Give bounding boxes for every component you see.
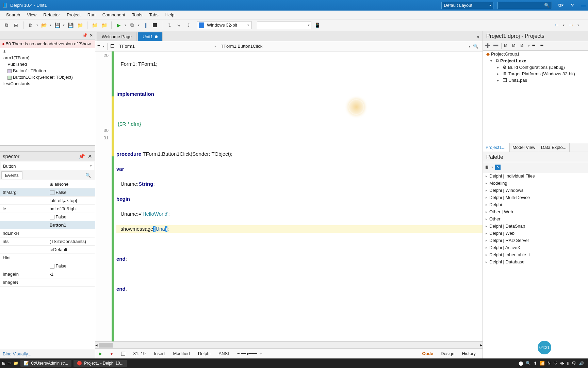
tray-icon[interactable]: ▯ (567, 361, 569, 366)
tab-dataexplorer[interactable]: Data Explo... (538, 143, 569, 152)
tray-icon[interactable]: 🔊 (579, 361, 584, 366)
phone-icon[interactable]: 📱 (313, 21, 321, 29)
prop-row[interactable]: Hint (0, 254, 95, 262)
prop-row[interactable]: False (0, 262, 95, 270)
nav-forward-icon[interactable]: → (568, 21, 574, 29)
pin-icon[interactable]: 📌 (79, 153, 85, 159)
tabs-dropdown-icon[interactable]: ▾ (474, 33, 483, 41)
open-icon[interactable]: 📂 (40, 21, 48, 29)
menu-refactor[interactable]: Refactor (40, 11, 63, 18)
proj-icon[interactable]: ≣ (540, 43, 546, 49)
prop-row[interactable]: lebdLeftToRight (0, 205, 95, 213)
step-over-icon[interactable]: ⤵ (166, 21, 173, 29)
palette-cat[interactable]: ▸Other | Web (483, 208, 588, 215)
view-unit-icon[interactable]: ⧉ (3, 21, 10, 29)
palette-cat[interactable]: ▸Modeling (483, 180, 588, 187)
macro-play-icon[interactable]: ▶ (99, 351, 102, 356)
tray-icon[interactable]: 🛡 (553, 361, 557, 366)
palette-cat[interactable]: ▸Delphi | Individual Files (483, 172, 588, 180)
stop-button[interactable] (151, 21, 159, 29)
prop-row[interactable]: thMargiFalse (0, 188, 95, 197)
palette-filter-icon[interactable]: 🗎 (485, 165, 489, 170)
view-code-tab[interactable]: Code (419, 350, 437, 357)
new-file-icon[interactable]: 🗎 (27, 21, 34, 29)
tray-icon[interactable]: ⬆ (534, 361, 537, 366)
tray-icon[interactable]: ⬤ (519, 361, 523, 366)
remove-project-icon[interactable]: ➖ (493, 43, 499, 49)
inspector-component-selector[interactable]: Button▾ (1, 162, 94, 170)
tab-project[interactable]: Project1.... (483, 143, 510, 152)
palette-cat[interactable]: ▸Delphi | Inheritable It (483, 251, 588, 258)
menu-view[interactable]: View (23, 11, 40, 18)
nav-form-icon[interactable]: 🗖 (110, 44, 115, 49)
tree-unit[interactable]: ▸🗖Unit1.pas (483, 77, 588, 83)
menu-tools[interactable]: Tools (129, 11, 146, 18)
add-project-icon[interactable]: ➕ (485, 43, 491, 49)
palette-pointer-icon[interactable]: ↖ (495, 165, 501, 170)
editor-scroll-horizontal[interactable]: ◂▸ (95, 341, 483, 348)
prop-row[interactable]: ImageN (0, 278, 95, 287)
tree-build[interactable]: ▸⚙Build Configurations (Debug) (483, 64, 588, 71)
macro-record-icon[interactable]: ● (110, 351, 113, 356)
pause-button[interactable]: ∥ (142, 21, 149, 29)
help-icon[interactable]: ? (571, 3, 574, 8)
tree-project[interactable]: ▾⧉Project1.exe (483, 57, 588, 64)
tree-target[interactable]: ▸🖥Target Platforms (Windows 32-bit) (483, 71, 588, 77)
taskbar-sublime[interactable]: 📝C:\Users\Administr... (20, 360, 71, 367)
structure-button1[interactable]: Button1: TButton (0, 67, 95, 74)
start-button[interactable]: ⊞ (2, 361, 5, 366)
tray-icon[interactable]: 🔍 (526, 361, 531, 366)
checkbox-icon[interactable] (50, 264, 54, 269)
nav-back-icon[interactable]: ← (553, 21, 559, 29)
tab-events[interactable]: Events (1, 171, 22, 179)
view-history-tab[interactable]: History (459, 350, 479, 357)
platform-selector[interactable]: Windows 32-bit ▾ (197, 21, 251, 29)
palette-cat[interactable]: ▸Delphi | Web (483, 230, 588, 237)
checkbox-icon[interactable] (50, 190, 54, 195)
prop-row[interactable]: nts(TSizeConstraints) (0, 237, 95, 246)
macro-stop-icon[interactable] (121, 352, 125, 356)
proj-icon[interactable]: ≣ (532, 43, 538, 49)
close-icon[interactable]: ✕ (88, 153, 92, 159)
task-view-icon[interactable]: ▭ (7, 361, 11, 366)
structure-button1click[interactable]: Button1Click(Sender: TObject) (0, 74, 95, 80)
tray-icon[interactable]: 📶 (540, 361, 545, 366)
structure-scroll-h[interactable] (0, 145, 95, 152)
prop-row[interactable]: [akLeft,akTop] (0, 197, 95, 205)
nav-icon[interactable]: ≡ (97, 44, 100, 49)
save-icon[interactable]: 💾 (53, 21, 61, 29)
menu-search[interactable]: Search (3, 11, 23, 18)
palette-cat[interactable]: ▸Delphi | RAD Server (483, 237, 588, 244)
class-selector[interactable]: TForm1 (117, 43, 137, 49)
title-search-box[interactable]: 🔍 (497, 2, 552, 9)
structure-published[interactable]: Published (0, 61, 95, 67)
zoom-control[interactable]: − ━━●━━━ ＋ (237, 351, 263, 357)
menu-tabs[interactable]: Tabs (146, 11, 162, 18)
prop-row[interactable]: crDefault (0, 246, 95, 254)
tab-model[interactable]: Model View (510, 143, 538, 152)
menu-run[interactable]: Run (84, 11, 99, 18)
palette-cat[interactable]: ▸Other (483, 215, 588, 223)
structure-class[interactable]: orm1(TForm) (0, 55, 95, 61)
open-project-icon[interactable]: 📁 (76, 21, 84, 29)
menu-project[interactable]: Project (63, 11, 84, 18)
prop-row[interactable]: ndLinkH (0, 229, 95, 237)
bind-visually-link[interactable]: Bind Visually... (0, 349, 95, 358)
menu-component[interactable]: Component (99, 11, 129, 18)
run-button[interactable]: ▶ (115, 21, 122, 29)
tree-root[interactable]: ◆ProjectGroup1 (483, 51, 588, 57)
step-into-icon[interactable]: ⤷ (175, 21, 183, 29)
menu-help[interactable]: Help (162, 11, 178, 18)
code-editor[interactable]: 20 30 31 Form1: TForm1; implementation {… (95, 51, 483, 341)
palette-cat[interactable]: ▸Delphi | Database (483, 258, 588, 265)
tray-icon[interactable]: 🗨 (572, 361, 576, 366)
structure-error[interactable]: ● 50 There is no overloaded version of '… (0, 40, 95, 48)
save-all-icon[interactable]: 💾 (67, 21, 74, 29)
taskbar-delphi[interactable]: 🔴Project1 - Delphi 10... (74, 360, 127, 367)
code-area[interactable]: Form1: TForm1; implementation {$R *.dfm}… (114, 51, 483, 341)
proj-icon[interactable]: 🗎 (520, 43, 526, 49)
proj-icon[interactable]: 🗎 (512, 43, 518, 49)
prop-row-caption[interactable]: Button1 (0, 221, 95, 229)
file-explorer-icon[interactable]: 📁 (13, 361, 18, 366)
structure-consts[interactable]: les/Constants (0, 80, 95, 87)
